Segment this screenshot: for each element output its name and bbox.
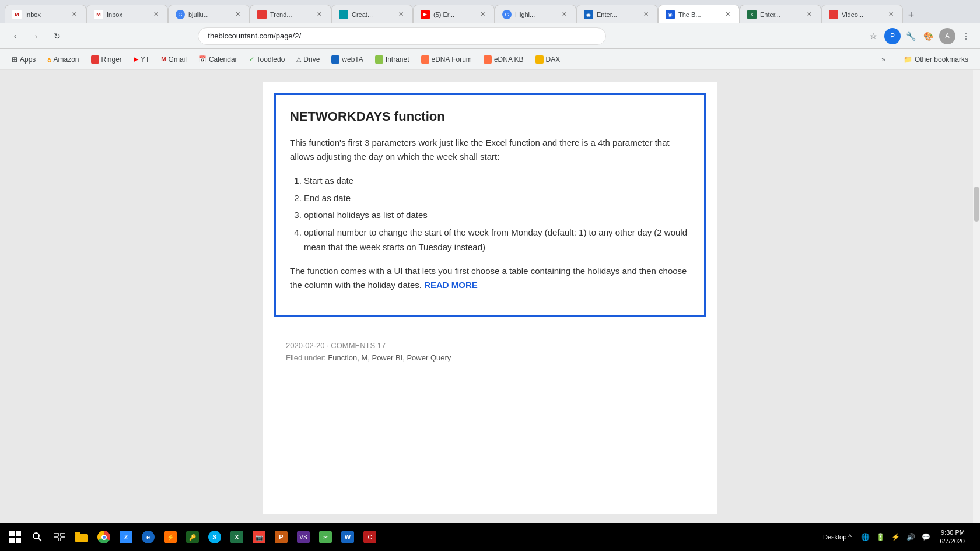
article-box: NETWORKDAYS function This function's fir… <box>274 93 706 317</box>
tab-bjuliu[interactable]: G bjuliu... ✕ <box>168 5 250 23</box>
vertical-scrollbar-thumb[interactable] <box>974 187 979 222</box>
tab-close-icon[interactable]: ✕ <box>396 10 405 19</box>
tab-favicon: X <box>747 10 757 19</box>
taskbar-sys-icons: Desktop ^ 🌐 🔋 ⚡ 🔊 💬 <box>828 530 933 544</box>
bookmark-star-icon[interactable]: ☆ <box>867 29 881 43</box>
taskview-button[interactable] <box>49 527 70 548</box>
bookmark-label: eDNA KB <box>494 55 524 64</box>
tab-close-icon[interactable]: ✕ <box>69 10 79 19</box>
tab-label: Inbox <box>107 11 148 18</box>
bookmark-webta[interactable]: webTA <box>327 52 368 67</box>
start-button[interactable] <box>5 527 26 548</box>
bookmark-edna-forum[interactable]: eDNA Forum <box>416 52 477 67</box>
reload-button[interactable]: ↻ <box>49 28 65 44</box>
tab-favicon: G <box>502 10 512 19</box>
color-picker-icon[interactable]: 🎨 <box>922 29 936 43</box>
read-more-link[interactable]: READ MORE <box>424 280 478 290</box>
taskbar-time: 9:30 PM <box>940 528 965 537</box>
bookmark-drive[interactable]: △ Drive <box>292 52 324 67</box>
tab-close-icon[interactable]: ✕ <box>559 10 569 19</box>
tab-close-icon[interactable]: ✕ <box>886 10 895 19</box>
new-tab-button[interactable]: + <box>903 7 919 23</box>
tab-close-icon[interactable]: ✕ <box>314 10 324 19</box>
tab-highl[interactable]: G Highl... ✕ <box>495 5 576 23</box>
taskbar-ie[interactable]: e <box>138 527 159 548</box>
url-input[interactable] <box>198 27 606 45</box>
svg-rect-6 <box>54 533 58 536</box>
taskbar-file-explorer[interactable] <box>71 527 92 548</box>
vertical-scrollbar[interactable] <box>973 70 980 523</box>
taskbar-skype[interactable]: S <box>204 527 225 548</box>
tab-close-icon[interactable]: ✕ <box>641 10 650 19</box>
tab-gmail-2[interactable]: M Inbox ✕ <box>86 5 168 23</box>
taskbar-vs[interactable]: VS <box>293 527 314 548</box>
bookmark-yt[interactable]: ▶ YT <box>129 52 154 67</box>
category-m[interactable]: M <box>361 353 368 362</box>
category-powerbi[interactable]: Power BI <box>372 353 402 362</box>
battery-icon[interactable]: 🔋 <box>873 530 887 544</box>
taskbar-greenshot[interactable]: ✂ <box>315 527 336 548</box>
taskbar-snagit[interactable]: 📷 <box>249 527 270 548</box>
bookmark-toodledo[interactable]: ✓ Toodledo <box>244 52 290 67</box>
taskbar-hotspot[interactable]: ⚡ <box>160 527 181 548</box>
bookmark-label: eDNA Forum <box>432 55 472 64</box>
taskbar-excel[interactable]: X <box>226 527 247 548</box>
network-icon[interactable]: 🌐 <box>858 530 872 544</box>
taskbar-clock[interactable]: 9:30 PM 6/7/2020 <box>935 528 970 546</box>
bookmark-apps[interactable]: ⊞ Apps <box>7 52 40 67</box>
browser-window: M Inbox ✕ M Inbox ✕ G bjuliu... ✕ Trend.… <box>0 0 980 551</box>
tab-label: Trend... <box>270 11 311 18</box>
bookmark-dax[interactable]: DAX <box>531 52 565 67</box>
drive-icon: △ <box>296 55 301 63</box>
category-powerquery[interactable]: Power Query <box>407 353 451 362</box>
tab-label: Highl... <box>515 11 556 18</box>
chevron-icon[interactable]: ^ <box>843 530 857 544</box>
tab-close-icon[interactable]: ✕ <box>723 10 732 19</box>
tab-video[interactable]: Video... ✕ <box>821 5 903 23</box>
windows-taskbar: Z e ⚡ 🔑 S X 📷 P VS <box>0 523 980 551</box>
search-taskbar-button[interactable] <box>27 527 48 548</box>
desktop-label[interactable]: Desktop <box>828 530 842 544</box>
bookmark-separator <box>894 54 894 65</box>
bookmark-gmail[interactable]: M Gmail <box>156 52 191 67</box>
taskbar-keepass[interactable]: 🔑 <box>182 527 203 548</box>
bookmark-label: Toodledo <box>257 55 285 64</box>
bookmark-edna-kb[interactable]: eDNA KB <box>479 52 528 67</box>
tab-close-icon[interactable]: ✕ <box>804 10 814 19</box>
tab-enter1[interactable]: ◉ Enter... ✕ <box>576 5 658 23</box>
back-button[interactable]: ‹ <box>7 28 23 44</box>
forward-button[interactable]: › <box>28 28 44 44</box>
account-icon[interactable]: A <box>939 28 956 44</box>
bookmark-calendar[interactable]: 📅 Calendar <box>194 52 242 67</box>
dax-icon <box>536 55 544 64</box>
volume-icon[interactable]: 🔊 <box>904 530 918 544</box>
bookmark-amazon[interactable]: a Amazon <box>43 52 83 67</box>
taskbar-word[interactable]: W <box>337 527 358 548</box>
tab-enter2[interactable]: X Enter... ✕ <box>740 5 821 23</box>
other-bookmarks[interactable]: 📁 Other bookmarks <box>899 55 973 64</box>
category-function[interactable]: Function <box>328 353 357 362</box>
extension-icon[interactable]: 🔧 <box>904 29 918 43</box>
taskbar-powerpoint[interactable]: P <box>271 527 292 548</box>
bookmark-label: Gmail <box>169 55 187 64</box>
tab-creat[interactable]: Creat... ✕ <box>331 5 413 23</box>
tab-close-icon[interactable]: ✕ <box>478 10 487 19</box>
tab-gmail-1[interactable]: M Inbox ✕ <box>5 5 86 23</box>
bookmark-intranet[interactable]: Intranet <box>370 52 414 67</box>
tab-theb[interactable]: ◉ The B... ✕ <box>658 5 740 23</box>
bookmark-ringer[interactable]: Ringer <box>86 52 127 67</box>
svg-rect-12 <box>75 532 80 535</box>
notification-icon[interactable]: 💬 <box>919 530 933 544</box>
taskbar-csuite[interactable]: C <box>359 527 380 548</box>
tab-close-icon[interactable]: ✕ <box>233 10 242 19</box>
browser-profile-icon[interactable]: P <box>884 28 901 44</box>
taskbar-zoom[interactable]: Z <box>116 527 136 548</box>
tab-youtube[interactable]: ▶ (5) Er... ✕ <box>413 5 495 23</box>
bookmarks-more-button[interactable]: » <box>878 55 889 64</box>
gmail-icon: M <box>161 56 166 62</box>
taskbar-chrome[interactable] <box>93 527 114 548</box>
power-icon[interactable]: ⚡ <box>888 530 902 544</box>
tab-close-icon[interactable]: ✕ <box>151 10 160 19</box>
tab-trend[interactable]: Trend... ✕ <box>250 5 331 23</box>
menu-icon[interactable]: ⋮ <box>959 29 973 43</box>
